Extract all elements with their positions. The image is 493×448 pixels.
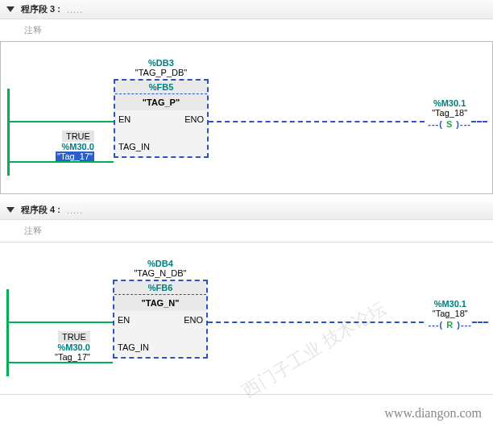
- chevron-down-icon[interactable]: [6, 6, 14, 12]
- input-true-label: TRUE: [62, 131, 94, 142]
- wire-eno-dashed: [209, 121, 425, 122]
- network-comment[interactable]: 注释: [0, 220, 493, 242]
- port-eno[interactable]: ENO: [184, 114, 204, 124]
- network-header[interactable]: 程序段 4 : .....: [0, 201, 493, 220]
- port-en[interactable]: EN: [118, 315, 130, 325]
- port-en[interactable]: EN: [118, 114, 130, 124]
- ellipsis: .....: [67, 205, 83, 215]
- input-tag[interactable]: "Tag_17": [55, 352, 90, 362]
- rung-area[interactable]: %DB4 "TAG_N_DB" %FB6 "TAG_N" EN ENO TAG_…: [0, 242, 493, 395]
- port-eno[interactable]: ENO: [184, 315, 203, 325]
- network-title: 程序段 3 :: [21, 3, 60, 15]
- wire-end-dashed: [471, 121, 487, 122]
- fb-type: %FB6: [114, 281, 206, 295]
- coil-set[interactable]: ---( S )---: [428, 119, 471, 129]
- network-3: 程序段 3 : ..... 注释 %DB3 "TAG_P_DB" %FB5 "T…: [0, 0, 493, 194]
- db-address: %DB3: [114, 58, 209, 68]
- port-tag-in[interactable]: TAG_IN: [114, 341, 206, 357]
- coil-reset[interactable]: ---( R )---: [429, 320, 472, 330]
- coil-tag: "Tag_18": [428, 108, 471, 118]
- db-name: "TAG_N_DB": [113, 268, 208, 278]
- network-4: 程序段 4 : ..... 注释 %DB4 "TAG_N_DB" %FB6 "T…: [0, 201, 493, 395]
- coil-tag: "Tag_18": [429, 309, 472, 318]
- network-title: 程序段 4 :: [21, 204, 60, 216]
- footer-url: www.diangon.com: [0, 401, 493, 425]
- ellipsis: .....: [67, 5, 83, 15]
- port-tag-in[interactable]: TAG_IN: [115, 140, 207, 156]
- fb-label: "TAG_P": [115, 94, 207, 110]
- wire-branch-down: [7, 121, 9, 163]
- fb-box[interactable]: %FB5 "TAG_P" EN ENO TAG_IN: [114, 79, 209, 158]
- rung-area[interactable]: %DB3 "TAG_P_DB" %FB5 "TAG_P" EN ENO TAG_…: [0, 41, 493, 194]
- db-name: "TAG_P_DB": [114, 68, 209, 77]
- watermark-diagonal: 西门子工业 技术论坛: [238, 296, 390, 404]
- chevron-down-icon[interactable]: [6, 207, 14, 213]
- wire-end-dashed: [472, 321, 488, 323]
- coil-output[interactable]: %M30.1 "Tag_18" ---( R )---: [429, 299, 472, 330]
- fb-box[interactable]: %FB6 "TAG_N" EN ENO TAG_IN: [113, 280, 208, 359]
- input-tag-selected[interactable]: "Tag_17": [56, 151, 94, 161]
- network-header[interactable]: 程序段 3 : .....: [0, 0, 493, 19]
- fb-ports: EN ENO: [115, 110, 207, 140]
- coil-address: %M30.1: [428, 98, 471, 108]
- wire-branch-down: [6, 321, 8, 363]
- input-operand[interactable]: TRUE %M30.0 "Tag_17": [55, 331, 90, 362]
- network-comment[interactable]: 注释: [0, 19, 493, 41]
- wire-eno-dashed: [208, 321, 424, 323]
- fb-type: %FB5: [115, 81, 207, 94]
- function-block[interactable]: %DB4 "TAG_N_DB" %FB6 "TAG_N" EN ENO TAG_…: [113, 259, 208, 359]
- wire-input-branch: [6, 362, 113, 363]
- input-address: %M30.0: [56, 142, 94, 151]
- wire-input-branch: [7, 161, 114, 163]
- coil-output[interactable]: %M30.1 "Tag_18" ---( S )---: [428, 98, 471, 129]
- input-address: %M30.0: [55, 342, 90, 352]
- function-block[interactable]: %DB3 "TAG_P_DB" %FB5 "TAG_P" EN ENO TAG_…: [114, 58, 209, 158]
- fb-label: "TAG_N": [114, 295, 206, 311]
- fb-ports: EN ENO: [114, 311, 206, 341]
- input-true-label: TRUE: [58, 331, 90, 342]
- coil-address: %M30.1: [429, 299, 472, 309]
- db-address: %DB4: [113, 259, 208, 268]
- input-operand[interactable]: TRUE %M30.0 "Tag_17": [56, 131, 94, 161]
